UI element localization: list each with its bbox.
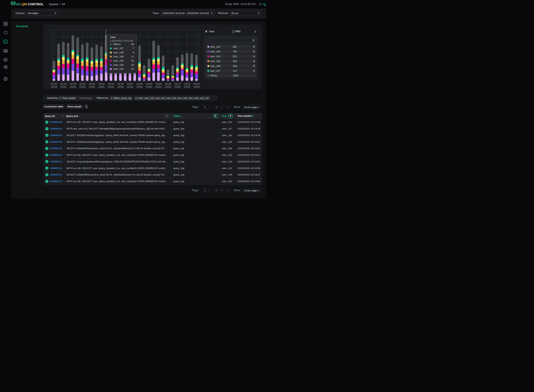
svg-text:19:16: 19:16 bbox=[184, 82, 190, 85]
svg-text:22/04: 22/04 bbox=[51, 85, 57, 88]
svg-text:19:08: 19:08 bbox=[165, 82, 171, 85]
svg-text:18:32: 18:32 bbox=[79, 82, 86, 85]
svg-text:22/04: 22/04 bbox=[70, 85, 76, 88]
svg-text:22/04: 22/04 bbox=[108, 85, 114, 88]
svg-text:22/04: 22/04 bbox=[174, 85, 181, 88]
svg-text:19:12: 19:12 bbox=[174, 82, 181, 85]
svg-text:18:36: 18:36 bbox=[89, 82, 95, 85]
svg-text:22/04: 22/04 bbox=[89, 85, 95, 88]
svg-text:18:20: 18:20 bbox=[51, 82, 57, 85]
svg-text:22/04: 22/04 bbox=[127, 85, 133, 88]
svg-text:22/04: 22/04 bbox=[193, 85, 200, 88]
svg-text:18:24: 18:24 bbox=[60, 82, 66, 85]
svg-text:18:52: 18:52 bbox=[127, 82, 133, 85]
svg-text:18:48: 18:48 bbox=[117, 82, 124, 85]
svg-text:19:20: 19:20 bbox=[193, 82, 200, 85]
svg-text:18:44: 18:44 bbox=[108, 82, 114, 85]
svg-text:18:28: 18:28 bbox=[70, 82, 76, 85]
svg-text:19:04: 19:04 bbox=[155, 82, 162, 85]
svg-text:22/04: 22/04 bbox=[155, 85, 162, 88]
svg-text:22/04: 22/04 bbox=[184, 85, 190, 88]
svg-text:22/04: 22/04 bbox=[165, 85, 171, 88]
svg-text:22/04: 22/04 bbox=[136, 85, 143, 88]
svg-text:19:00: 19:00 bbox=[146, 82, 152, 85]
svg-text:22/04: 22/04 bbox=[98, 85, 104, 88]
svg-text:18:56: 18:56 bbox=[136, 82, 143, 85]
svg-text:22/04: 22/04 bbox=[117, 85, 124, 88]
svg-text:22/04: 22/04 bbox=[146, 85, 152, 88]
svg-text:22/04: 22/04 bbox=[60, 85, 66, 88]
svg-text:18:40: 18:40 bbox=[98, 82, 104, 85]
svg-text:22/04: 22/04 bbox=[79, 85, 86, 88]
